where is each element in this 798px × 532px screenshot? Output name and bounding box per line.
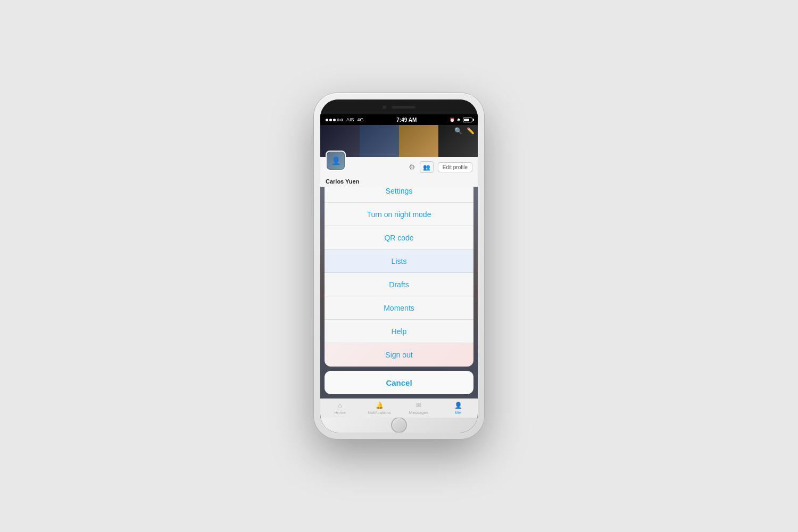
action-item-night-mode[interactable]: Turn on night mode	[325, 203, 473, 226]
cancel-button[interactable]: Cancel	[325, 371, 473, 394]
volume-down-button	[311, 200, 313, 215]
home-button[interactable]	[391, 417, 407, 433]
bg-segment-3	[399, 125, 438, 157]
sign-out-label: Sign out	[385, 351, 412, 359]
phone-top-bar	[320, 99, 478, 114]
action-item-help[interactable]: Help	[325, 320, 473, 343]
action-sheet: Settings Turn on night mode QR code List…	[320, 187, 478, 398]
signal-dot-5	[340, 119, 343, 121]
action-sheet-overlay: Settings Turn on night mode QR code List…	[320, 187, 478, 398]
header-action-buttons: 🔍 ✏️	[454, 127, 475, 135]
signal-indicator	[326, 119, 343, 121]
bluetooth-icon: ✱	[457, 118, 461, 122]
battery-indicator	[463, 118, 472, 122]
notifications-tab-icon: 🔔	[376, 402, 384, 409]
drafts-label: Drafts	[389, 280, 409, 289]
action-item-drafts[interactable]: Drafts	[325, 273, 473, 296]
profile-bar: 👤 ⚙ 👥 Edit profile	[320, 157, 478, 177]
compose-icon[interactable]: ✏️	[467, 127, 475, 135]
moments-label: Moments	[384, 304, 414, 312]
status-time: 7:49 AM	[396, 117, 417, 123]
network-type: 4G	[358, 117, 364, 122]
avatar-image: 👤	[327, 152, 344, 169]
action-item-moments[interactable]: Moments	[325, 296, 473, 320]
messages-tab-icon: ✉	[416, 402, 421, 409]
edit-profile-button[interactable]: Edit profile	[438, 162, 472, 172]
battery-fill	[464, 119, 469, 121]
avatar: 👤	[326, 151, 346, 171]
bg-segment-2	[360, 125, 399, 157]
action-item-qr-code[interactable]: QR code	[325, 226, 473, 250]
cancel-label: Cancel	[386, 378, 412, 387]
phone-frame: AIS 4G 7:49 AM ⏰ ✱	[314, 93, 484, 439]
volume-up-button	[311, 178, 313, 194]
tab-me[interactable]: 👤 Me	[438, 402, 478, 415]
tab-bar: ⌂ Home 🔔 Notifications ✉ Messages 👤 Me	[320, 398, 478, 418]
search-icon[interactable]: 🔍	[454, 127, 462, 135]
home-tab-label: Home	[334, 410, 345, 415]
signal-dot-1	[326, 119, 328, 121]
carrier-name: AIS	[346, 117, 354, 122]
action-item-sign-out[interactable]: Sign out	[325, 343, 473, 367]
people-button[interactable]: 👥	[420, 161, 434, 173]
front-camera	[383, 105, 386, 109]
phone-screen: AIS 4G 7:49 AM ⏰ ✱	[320, 99, 478, 433]
settings-gear-icon[interactable]: ⚙	[409, 163, 415, 171]
action-sheet-menu: Settings Turn on night mode QR code List…	[325, 187, 473, 367]
speaker-grill	[392, 106, 415, 109]
tab-notifications[interactable]: 🔔 Notifications	[360, 402, 399, 415]
help-label: Help	[392, 327, 407, 336]
profile-action-buttons: ⚙ 👥 Edit profile	[409, 161, 472, 173]
status-bar: AIS 4G 7:49 AM ⏰ ✱	[320, 114, 478, 125]
lists-label: Lists	[392, 257, 407, 265]
notifications-tab-label: Notifications	[368, 410, 391, 415]
home-tab-icon: ⌂	[338, 402, 342, 409]
signal-dot-4	[337, 119, 339, 121]
action-item-settings[interactable]: Settings	[325, 187, 473, 203]
action-item-lists[interactable]: Lists	[325, 250, 473, 273]
alarm-icon: ⏰	[450, 118, 455, 122]
screen-content: AIS 4G 7:49 AM ⏰ ✱	[320, 114, 478, 418]
tab-home[interactable]: ⌂ Home	[320, 402, 360, 415]
status-right: ⏰ ✱	[450, 118, 472, 122]
settings-label: Settings	[386, 187, 413, 195]
messages-tab-label: Messages	[409, 410, 428, 415]
night-mode-label: Turn on night mode	[367, 210, 431, 219]
page-background: AIS 4G 7:49 AM ⏰ ✱	[0, 0, 798, 532]
me-tab-icon: 👤	[454, 402, 462, 409]
qr-code-label: QR code	[384, 234, 413, 242]
home-button-area	[320, 418, 478, 433]
status-left: AIS 4G	[326, 117, 364, 122]
signal-dot-3	[333, 119, 336, 121]
me-tab-label: Me	[455, 410, 461, 415]
user-name-area: Carlos Yuen	[320, 177, 478, 187]
tab-messages[interactable]: ✉ Messages	[399, 402, 438, 415]
signal-dot-2	[329, 119, 332, 121]
